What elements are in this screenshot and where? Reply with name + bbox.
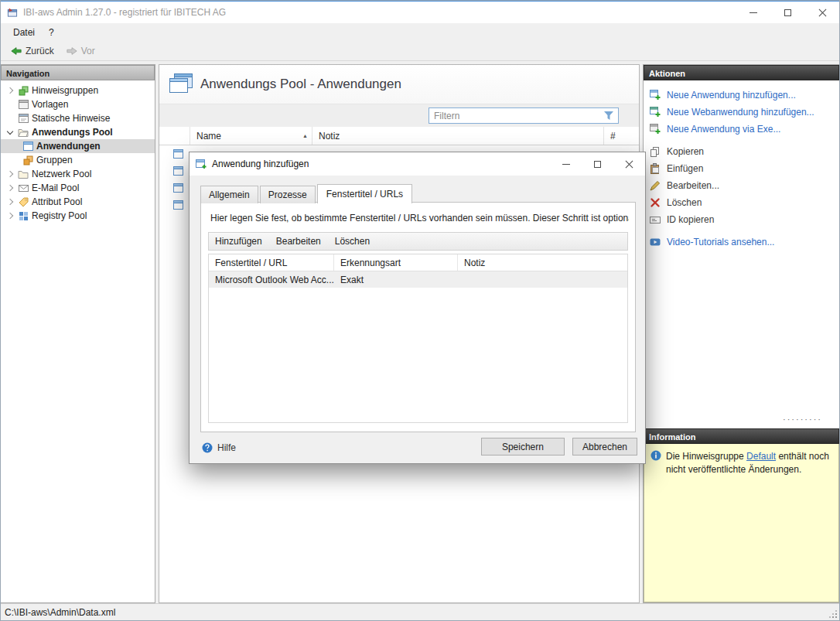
action-video-tutorials[interactable]: Video-Tutorials ansehen...	[644, 234, 839, 251]
column-fenstertitel-url[interactable]: Fenstertitel / URL	[209, 254, 334, 271]
column-label: Fenstertitel / URL	[215, 258, 287, 268]
tab-prozesse[interactable]: Prozesse	[260, 186, 316, 203]
maximize-button[interactable]	[770, 2, 805, 23]
chevron-right-icon[interactable]	[5, 183, 15, 193]
action-id-kopieren[interactable]: ID kopieren	[644, 211, 839, 228]
info-text-before: Die Hinweisgruppe	[666, 451, 744, 462]
minimize-button[interactable]	[736, 2, 770, 23]
sidebar-item-attribut-pool[interactable]: Attribut Pool	[1, 195, 155, 209]
filter-box	[429, 107, 619, 124]
dialog-toolbar: Hinzufügen Bearbeiten Löschen	[208, 232, 628, 251]
action-label: ID kopieren	[667, 214, 714, 225]
page-title: Anwendungs Pool - Anwendungen	[200, 77, 401, 92]
applications-table-header: Name ▲ Notiz #	[159, 127, 639, 145]
action-bearbeiten[interactable]: Bearbeiten...	[644, 177, 839, 194]
paste-icon	[650, 163, 661, 174]
dialog-titlebar[interactable]: Anwendung hinzufügen	[190, 152, 645, 176]
titlebar[interactable]: IBI-aws Admin 1.27.0 - registriert für I…	[0, 0, 840, 23]
data-file-path: C:\IBI-aws\Admin\Data.xml	[5, 607, 115, 618]
action-einfuegen[interactable]: Einfügen	[644, 160, 839, 177]
back-label: Zurück	[26, 46, 54, 56]
sidebar-item-gruppen[interactable]: Gruppen	[1, 153, 155, 167]
application-icon	[172, 183, 183, 193]
chevron-right-icon[interactable]	[5, 211, 15, 220]
action-new-application[interactable]: Neue Anwendung hinzufügen...	[644, 87, 839, 104]
sidebar-item-vorlagen[interactable]: Vorlagen	[1, 97, 155, 111]
sidebar-item-anwendungen[interactable]: Anwendungen	[1, 139, 155, 153]
column-notiz[interactable]: Notiz	[312, 127, 604, 145]
filter-strip	[159, 104, 639, 127]
loeschen-button[interactable]: Löschen	[335, 236, 370, 247]
tab-allgemein[interactable]: Allgemein	[200, 186, 258, 203]
menu-datei[interactable]: Datei	[6, 25, 42, 40]
action-label: Neue Anwendung via Exe...	[667, 124, 780, 135]
back-button[interactable]: Zurück	[6, 44, 59, 58]
action-new-webapplication[interactable]: Neue Webanwendung hinzufügen...	[644, 104, 839, 121]
action-label: Einfügen	[667, 163, 703, 174]
cell-notiz	[458, 271, 627, 288]
filter-input[interactable]	[429, 111, 603, 121]
filter-funnel-icon[interactable]	[603, 111, 614, 121]
sidebar-item-hinweisgruppen[interactable]: Hinweisgruppen	[1, 84, 155, 97]
close-button[interactable]	[805, 2, 840, 23]
dialog-close-button[interactable]	[613, 152, 645, 176]
new-application-exe-icon	[650, 124, 661, 135]
sidebar-item-netzwerk-pool[interactable]: Netzwerk Pool	[1, 167, 155, 181]
action-label: Neue Anwendung hinzufügen...	[667, 90, 796, 101]
column-erkennungsart[interactable]: Erkennungsart	[334, 254, 458, 271]
resize-grip[interactable]	[835, 616, 837, 618]
column-icon[interactable]	[159, 127, 190, 145]
cell-erkennungsart: Exakt	[334, 271, 458, 288]
toolbar: Zurück Vor	[0, 42, 840, 61]
video-icon	[650, 237, 661, 247]
bearbeiten-button[interactable]: Bearbeiten	[276, 236, 321, 247]
column-name-label: Name	[196, 131, 221, 142]
main-header: Anwendungs Pool - Anwendungen	[159, 65, 639, 104]
column-notiz[interactable]: Notiz	[458, 254, 627, 271]
action-new-application-exe[interactable]: Neue Anwendung via Exe...	[644, 121, 839, 138]
action-kopieren[interactable]: Kopieren	[644, 143, 839, 160]
sidebar-item-statische-hinweise[interactable]: Statische Hinweise	[1, 111, 155, 125]
navigation-panel: Navigation Hinweisgruppen Vorlagen Stati…	[0, 64, 155, 603]
chevron-down-icon[interactable]	[5, 128, 15, 137]
url-table-row[interactable]: Microsoft Outlook Web Acc... Exakt	[209, 271, 627, 288]
actions-separator	[644, 228, 839, 234]
chevron-right-icon[interactable]	[5, 169, 15, 179]
application-icon	[22, 141, 33, 152]
tab-page-fenstertitel-urls: Hier legen Sie fest, ob bestimmte Fenste…	[200, 202, 636, 432]
panel-splitter-grip[interactable]: ·········	[783, 415, 822, 424]
cancel-button[interactable]: Abbrechen	[572, 438, 637, 456]
help-button[interactable]: Hilfe	[202, 442, 236, 453]
sidebar-item-label: Netzwerk Pool	[32, 169, 91, 179]
action-loeschen[interactable]: Löschen	[644, 194, 839, 211]
forward-button[interactable]: Vor	[62, 44, 100, 58]
navigation-tree: Hinweisgruppen Vorlagen Statische Hinwei…	[1, 80, 155, 223]
tab-fenstertitel-urls[interactable]: Fenstertitel / URLs	[317, 184, 412, 203]
menu-help[interactable]: ?	[42, 25, 61, 40]
column-name[interactable]: Name ▲	[190, 127, 312, 145]
hinzufuegen-button[interactable]: Hinzufügen	[215, 236, 262, 247]
dialog-minimize-button[interactable]	[550, 152, 582, 176]
hint-groups-icon	[18, 85, 29, 96]
close-icon	[818, 9, 827, 17]
dialog-maximize-button[interactable]	[582, 152, 613, 176]
sidebar-item-email-pool[interactable]: E-Mail Pool	[1, 181, 155, 195]
sidebar-item-anwendungs-pool[interactable]: Anwendungs Pool	[1, 125, 155, 139]
default-group-link[interactable]: Default	[746, 451, 776, 462]
sidebar-item-registry-pool[interactable]: Registry Pool	[1, 209, 155, 223]
information-header: Information	[644, 428, 839, 444]
templates-icon	[18, 99, 29, 110]
sidebar-item-label: Registry Pool	[32, 210, 87, 221]
column-count[interactable]: #	[604, 127, 639, 145]
action-label: Neue Webanwendung hinzufügen...	[667, 107, 814, 118]
column-label: Notiz	[464, 258, 485, 268]
chevron-right-icon[interactable]	[5, 86, 15, 95]
application-icon	[172, 165, 183, 176]
save-button[interactable]: Speichern	[481, 438, 565, 456]
chevron-right-icon[interactable]	[5, 197, 15, 206]
column-label: Erkennungsart	[340, 258, 401, 268]
cell-fenstertitel-url: Microsoft Outlook Web Acc...	[209, 271, 334, 288]
sidebar-item-label: Statische Hinweise	[32, 113, 110, 124]
chevron-spacer	[5, 100, 15, 109]
column-notiz-label: Notiz	[319, 131, 340, 142]
